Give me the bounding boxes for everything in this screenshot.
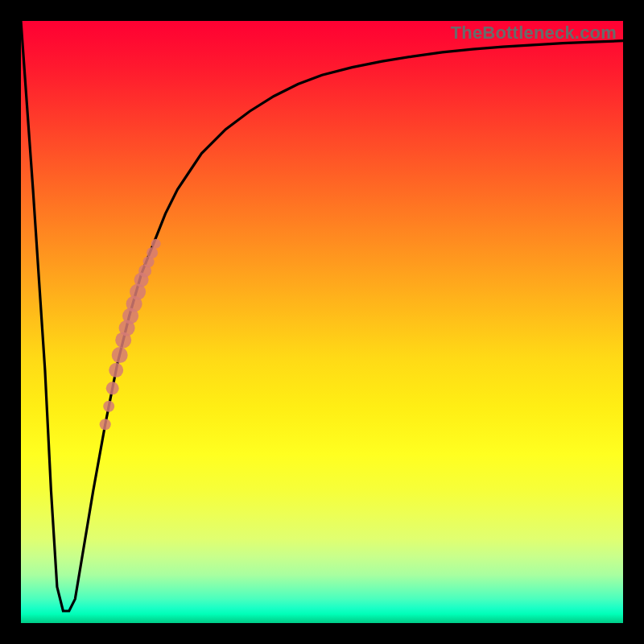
watermark-text: TheBottleneck.com [451,23,617,43]
curve-path [21,21,623,611]
highlight-dot [100,419,111,430]
highlight-dots [100,239,161,430]
highlight-dot [103,401,114,412]
highlight-dot [112,347,128,363]
highlight-dot [151,239,161,249]
highlight-dot [109,363,123,378]
highlight-dot [106,382,119,394]
bottleneck-curve [21,21,623,623]
highlight-dot [147,247,158,258]
plot-area: TheBottleneck.com [21,21,623,623]
chart-frame: TheBottleneck.com [0,0,644,644]
